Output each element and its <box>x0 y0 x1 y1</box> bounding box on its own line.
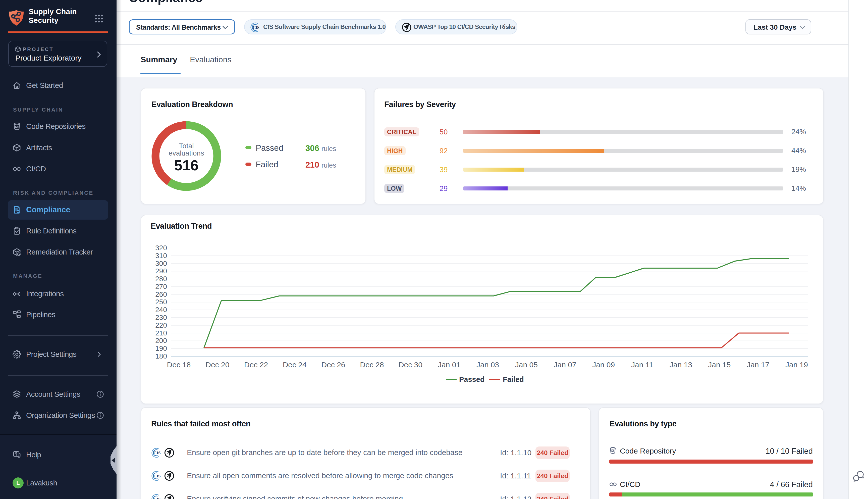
svg-text:CIS: CIS <box>153 474 161 478</box>
svg-text:CIS: CIS <box>153 497 161 499</box>
svg-text:CIS: CIS <box>153 451 161 455</box>
